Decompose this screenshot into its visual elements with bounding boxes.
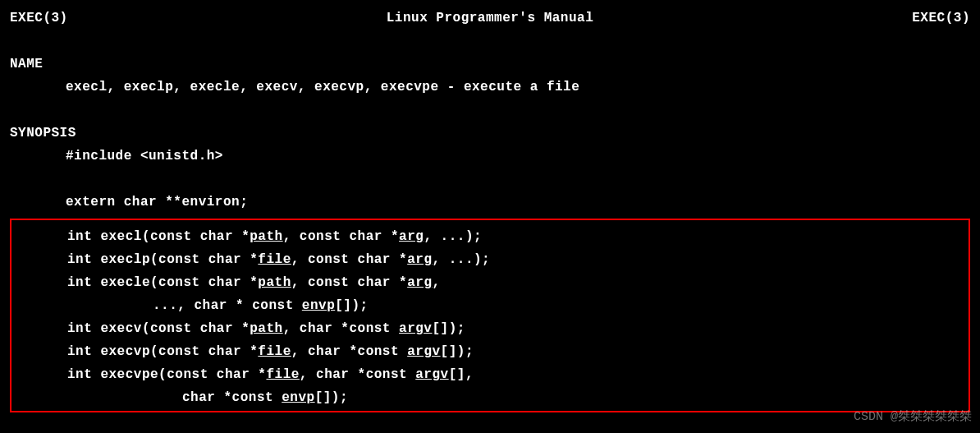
manpage-header: EXEC(3) Linux Programmer's Manual EXEC(3… (10, 7, 970, 30)
blank-line (10, 99, 970, 122)
param-file: file (258, 344, 291, 359)
sig-execv: int execv(const char *path, char *const … (11, 317, 969, 340)
param-argv: argv (415, 367, 448, 382)
sig-execl: int execl(const char *path, const char *… (11, 225, 969, 248)
header-right: EXEC(3) (912, 7, 970, 30)
section-name-heading: NAME (10, 53, 970, 76)
sig-execvpe-line2: char *const envp[]); (11, 386, 969, 409)
sig-text: [], (449, 367, 474, 382)
sig-text: , const char * (283, 229, 399, 244)
param-file: file (258, 252, 291, 267)
header-left: EXEC(3) (10, 7, 68, 30)
extern-line: extern char **environ; (10, 191, 970, 214)
watermark-text: CSDN @桀桀桀桀桀桀 (854, 407, 972, 428)
sig-text: char *const (182, 390, 282, 405)
sig-execvpe-line1: int execvpe(const char *file, char *cons… (11, 363, 969, 386)
sig-text: []); (432, 321, 465, 336)
blank-line (10, 168, 970, 191)
param-envp: envp (282, 390, 314, 405)
param-argv: argv (399, 321, 432, 336)
sig-text: int execvp(const char * (67, 344, 258, 359)
sig-text: , ...); (424, 229, 482, 244)
param-path: path (250, 321, 282, 336)
sig-text: , ...); (432, 252, 490, 267)
sig-text: int execle(const char * (67, 275, 258, 290)
sig-text: int execlp(const char * (67, 252, 258, 267)
param-path: path (258, 275, 291, 290)
sig-text: , char *const (300, 367, 415, 382)
param-file: file (266, 367, 299, 382)
sig-text: , const char * (291, 275, 407, 290)
param-argv: argv (407, 344, 440, 359)
sig-execvp: int execvp(const char *file, char *const… (11, 340, 969, 363)
sig-text: []); (441, 344, 474, 359)
sig-execlp: int execlp(const char *file, const char … (11, 248, 969, 271)
sig-text: , char *const (283, 321, 399, 336)
highlighted-signatures-box: int execl(const char *path, const char *… (10, 219, 970, 412)
header-center: Linux Programmer's Manual (387, 7, 594, 30)
section-synopsis-heading: SYNOPSIS (10, 122, 970, 145)
sig-text: int execl(const char * (67, 229, 250, 244)
param-arg: arg (407, 275, 432, 290)
param-path: path (250, 229, 282, 244)
sig-text: , (432, 275, 440, 290)
param-envp: envp (302, 298, 335, 313)
sig-text: []); (315, 390, 348, 405)
sig-text: , const char * (291, 252, 407, 267)
sig-text: int execv(const char * (67, 321, 250, 336)
include-line: #include <unistd.h> (10, 145, 970, 168)
param-arg: arg (399, 229, 424, 244)
sig-text: , char *const (291, 344, 407, 359)
param-arg: arg (407, 252, 432, 267)
sig-text: int execvpe(const char * (67, 367, 266, 382)
sig-text: ..., char * const (153, 298, 302, 313)
sig-execle-line1: int execle(const char *path, const char … (11, 271, 969, 294)
sig-text: []); (335, 298, 368, 313)
sig-execle-line2: ..., char * const envp[]); (11, 294, 969, 317)
section-name-body: execl, execlp, execle, execv, execvp, ex… (10, 76, 970, 99)
